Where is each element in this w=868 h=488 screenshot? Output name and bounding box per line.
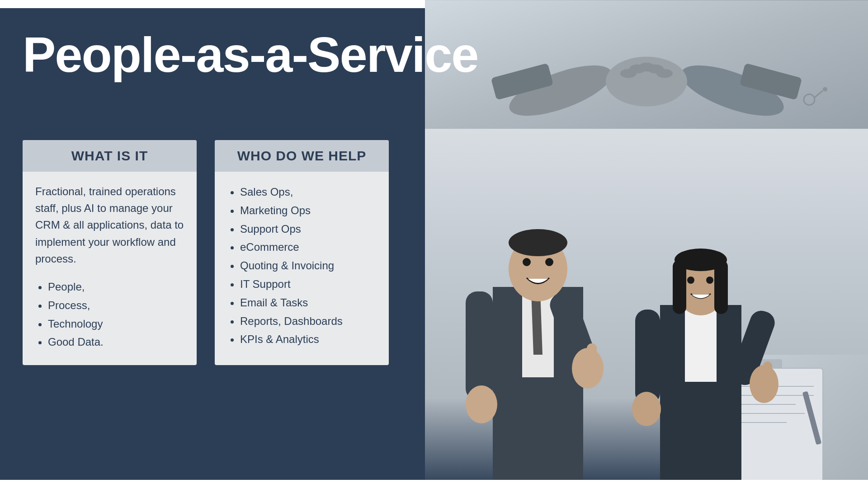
svg-point-31 [523, 258, 531, 266]
who-do-we-help-title: WHO DO WE HELP [237, 148, 367, 163]
who-do-we-help-list: Sales Ops, Marketing Ops Support Ops eCo… [227, 183, 376, 349]
handshake-photo [425, 0, 868, 129]
slide: People-as-a-Service WHAT IS IT Fractiona… [0, 0, 868, 488]
what-is-it-title: WHAT IS IT [71, 148, 148, 163]
list-item: Sales Ops, [240, 183, 376, 202]
list-item: eCommerce [240, 238, 376, 257]
list-item: Quoting & Invoicing [240, 257, 376, 275]
handshake-svg [425, 0, 868, 129]
svg-rect-33 [466, 291, 493, 400]
svg-point-13 [823, 87, 827, 91]
list-item: People, [48, 278, 184, 296]
who-do-we-help-body: Sales Ops, Marketing Ops Support Ops eCo… [215, 172, 389, 365]
cards-container: WHAT IS IT Fractional, trained operation… [23, 140, 389, 365]
svg-point-30 [509, 229, 567, 256]
list-item: IT Support [240, 275, 376, 294]
handshake-bg [425, 0, 868, 129]
svg-point-46 [687, 277, 694, 284]
svg-point-37 [466, 385, 497, 423]
svg-rect-36 [587, 343, 597, 368]
list-item: Reports, Dashboards [240, 312, 376, 331]
svg-point-10 [656, 69, 673, 78]
what-is-it-header: WHAT IS IT [23, 140, 197, 172]
list-item: Process, [48, 296, 184, 315]
svg-point-47 [706, 277, 713, 284]
svg-rect-44 [673, 260, 686, 314]
list-item: Good Data. [48, 333, 184, 352]
professionals-photo [425, 129, 868, 488]
list-item: KPIs & Analytics [240, 330, 376, 349]
what-is-it-body: Fractional, trained operations staff, pl… [23, 172, 197, 365]
svg-rect-39 [685, 305, 717, 382]
svg-rect-50 [763, 361, 772, 384]
bottom-bar [0, 480, 868, 488]
what-is-it-card: WHAT IS IT Fractional, trained operation… [23, 140, 197, 365]
list-item: Email & Tasks [240, 294, 376, 312]
list-item: Technology [48, 315, 184, 333]
who-do-we-help-header: WHO DO WE HELP [215, 140, 389, 172]
who-do-we-help-card: WHO DO WE HELP Sales Ops, Marketing Ops … [215, 140, 389, 365]
svg-point-32 [545, 258, 553, 266]
svg-point-52 [632, 392, 661, 426]
what-is-it-description: Fractional, trained operations staff, pl… [35, 183, 184, 267]
list-item: Support Ops [240, 220, 376, 239]
page-title: People-as-a-Service [23, 27, 478, 82]
what-is-it-list: People, Process, Technology Good Data. [35, 278, 184, 352]
svg-rect-45 [714, 260, 728, 314]
list-item: Marketing Ops [240, 202, 376, 220]
professionals-svg [425, 129, 868, 488]
svg-rect-51 [635, 310, 660, 404]
